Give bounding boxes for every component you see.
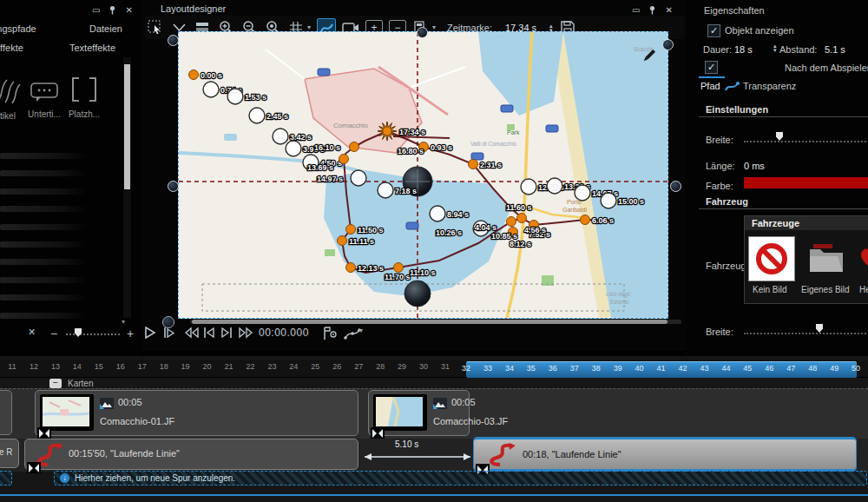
sidebar-list-row[interactable] [0,153,87,159]
grid-dropdown-icon[interactable]: ▾ [307,23,311,31]
after-play-checkbox[interactable]: ✓ [705,61,718,74]
sidebar-list-row[interactable] [0,170,87,176]
timeline-ruler[interactable]: 1112131415161718192021222324252627282930… [0,360,868,378]
path-position-marker[interactable] [430,206,445,221]
clip-comacchio-01[interactable]: 00:05 Comacchio-01.JF [35,390,358,436]
vehicle-tile-herz[interactable] [858,236,868,280]
path-options-dropdown-icon[interactable]: ▾ [359,327,363,334]
path-position-marker[interactable] [547,178,562,194]
path-position-marker[interactable] [601,193,616,208]
path-position-marker[interactable] [227,89,243,104]
sidebar-list-row[interactable] [0,188,87,195]
minimize-icon[interactable]: ▭ [92,5,100,15]
play-from-marker-button[interactable] [163,327,175,339]
ruler-selected-range[interactable]: 32333435363738394041424344454647484950 [466,361,857,378]
select-tool-button[interactable] [147,19,164,36]
path-keyframe[interactable] [394,263,404,273]
sidebar-list-row[interactable] [0,277,87,283]
path-keyframe[interactable] [517,214,527,223]
new-track-dropzone[interactable]: ↓ Hierher ziehen, um neue Spur anzulegen… [54,471,867,485]
path-keyframe[interactable] [581,215,590,225]
preview-zoom-slider[interactable] [66,327,120,335]
sidebar-list-row[interactable] [0,224,87,230]
edit-pencil-icon[interactable] [641,47,658,66]
path-position-marker[interactable] [273,129,288,144]
dauer-stepper[interactable]: ▴▾ [773,43,777,52]
fast-forward-button[interactable] [238,327,253,339]
path-keyframe[interactable] [469,160,478,169]
zeitmarke-stepper[interactable]: ▴▾ [549,23,553,32]
path-position-marker[interactable] [378,182,393,198]
laenge-value[interactable]: 0 ms [744,161,765,171]
selection-handle-left[interactable] [168,181,179,192]
path-options-icon[interactable] [344,327,361,340]
previous-frame-button[interactable] [203,327,215,339]
transition-icon[interactable] [37,427,51,439]
close-icon[interactable]: ✕ [28,327,36,338]
path-position-marker[interactable] [521,179,536,195]
clip-fragment[interactable] [0,390,12,435]
dauer-value[interactable]: 18 s [734,44,753,55]
selection-handle-top[interactable] [417,27,428,38]
map-canvas[interactable]: ComacchioValli di ComacchioParkPortoGari… [178,31,668,319]
zoom-plus-button[interactable]: + [127,327,134,340]
tab-bewegungspfade[interactable]: egungspfade [0,23,36,34]
path-position-marker[interactable] [249,108,265,123]
raster-dropdown-icon[interactable]: ▾ [432,23,436,31]
path-keyframe[interactable] [346,225,356,234]
tab-dateien[interactable]: Dateien [89,23,122,34]
object-bottom-handle[interactable] [404,281,431,307]
clip-fragment[interactable]: e R [0,439,19,468]
sidebar-list-row[interactable] [0,313,87,319]
collapse-group-button[interactable]: − [49,379,62,388]
sidebar-list-row[interactable] [0,206,87,212]
clip-laufende-linie-2-selected[interactable]: 00:18, "Laufende Linie" [473,437,857,472]
sidebar-scrollbar-thumb[interactable] [124,64,130,189]
effect-item-platzhalter[interactable]: Platzh... [64,75,104,119]
transition-icon[interactable] [27,462,41,473]
tab-texteffekte[interactable]: Texteffekte [69,43,115,53]
rewind-button[interactable] [184,327,200,339]
sidebar-list-row[interactable] [0,241,87,248]
marker-visibility-icon[interactable] [321,327,339,340]
path-keyframe[interactable] [338,236,347,246]
clip-laufende-linie-1[interactable]: 00:15'50, "Laufende Linie" [24,439,358,470]
path-keyframe[interactable] [350,142,359,152]
path-position-marker[interactable] [203,82,219,97]
selection-handle-top-right[interactable] [662,39,674,50]
transition-icon[interactable] [371,427,385,439]
selection-handle-right[interactable] [670,181,681,192]
path-position-marker[interactable] [286,141,301,156]
tab-transparenz[interactable]: Transparenz [743,81,796,91]
timeline-scrollbar[interactable] [0,494,868,496]
tab-effekte[interactable]: effekte [0,43,23,53]
zoom-minus-button[interactable]: − [50,327,57,340]
close-icon[interactable]: ✕ [125,5,132,15]
selection-handle-top-left[interactable] [168,35,179,46]
sidebar-list-row[interactable] [0,259,87,265]
path-keyframe[interactable] [346,263,356,273]
path-keyframe[interactable] [189,70,199,80]
pin-icon[interactable] [648,5,656,15]
new-track-fragment[interactable] [0,471,12,485]
vehicle-breite-slider[interactable] [744,327,866,334]
effect-item-untertitel[interactable]: Unterti... [24,80,64,119]
show-object-checkbox[interactable]: ✓ [707,24,720,37]
next-frame-button[interactable] [220,327,233,339]
pin-icon[interactable] [108,5,116,15]
vehicle-tile-eigenes-bild[interactable] [804,236,849,280]
path-position-marker[interactable] [575,185,590,201]
sidebar-list-row[interactable] [0,294,87,301]
minimize-icon[interactable]: ▭ [632,5,640,15]
farbe-color-swatch[interactable] [744,177,868,188]
play-button[interactable] [144,327,156,339]
clip-comacchio-03[interactable]: 00:05 Comacchio-03.JF [368,390,470,436]
close-icon[interactable]: ✕ [665,5,672,15]
path-position-marker[interactable] [351,170,366,186]
path-keyframe[interactable] [339,155,349,164]
path-keyframe[interactable] [507,217,516,227]
abstand-value[interactable]: 5.1 s [825,44,845,55]
vehicle-tile-kein-bild[interactable] [748,236,795,281]
preview-zoom-thumb[interactable] [75,328,82,337]
breite-slider[interactable] [744,135,866,142]
